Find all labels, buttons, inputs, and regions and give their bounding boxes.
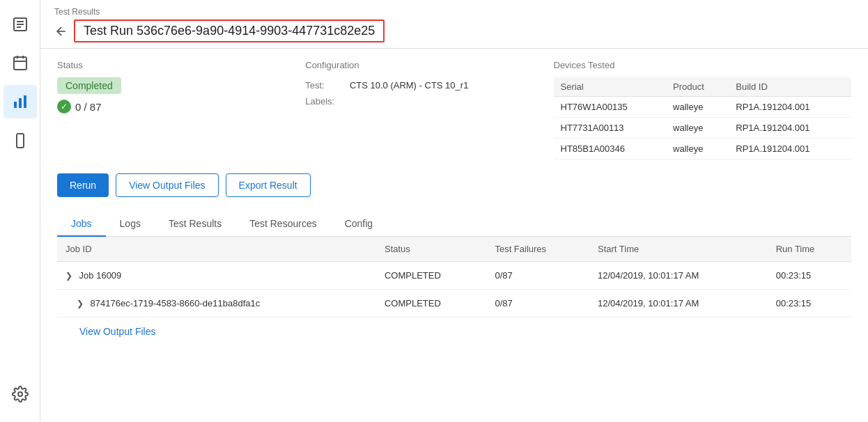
device-build-id: RP1A.191204.001 xyxy=(729,139,851,159)
sidebar-item-tasks[interactable] xyxy=(3,7,37,40)
breadcrumb: Test Results xyxy=(54,7,854,17)
tabs-bar: JobsLogsTest ResultsTest ResourcesConfig xyxy=(57,211,851,237)
table-row: HT7731A00113 walleye RP1A.191204.001 xyxy=(554,118,852,139)
device-product: walleye xyxy=(666,118,729,139)
sidebar-item-devices[interactable] xyxy=(3,124,37,157)
expand-icon[interactable]: ❯ xyxy=(65,271,72,281)
svg-rect-8 xyxy=(14,102,17,108)
device-product: walleye xyxy=(666,97,729,118)
back-button[interactable] xyxy=(54,24,68,38)
view-output-files-link[interactable]: View Output Files xyxy=(57,318,851,337)
device-serial: HT7731A00113 xyxy=(554,118,667,139)
status-title: Status xyxy=(57,60,305,70)
tab-test-resources[interactable]: Test Resources xyxy=(235,211,330,236)
jobs-col-runtime: Run Time xyxy=(768,237,851,262)
content-area: Status Completed ✓ 0 / 87 Configuration … xyxy=(40,49,868,422)
rerun-button[interactable]: Rerun xyxy=(57,173,109,197)
pass-count-value: 0 / 87 xyxy=(75,101,102,113)
svg-rect-11 xyxy=(17,134,24,148)
job-run-time: 00:23:15 xyxy=(768,290,851,318)
test-run-id: Test Run 536c76e6-9a90-4914-9903-447731c… xyxy=(74,19,385,42)
status-block: Status Completed ✓ 0 / 87 xyxy=(57,60,305,159)
jobs-col-start: Start Time xyxy=(589,237,768,262)
table-row: ❯ 874176ec-1719-4583-8660-de11ba8dfa1c C… xyxy=(57,290,851,318)
sidebar-item-results[interactable] xyxy=(3,85,37,118)
svg-rect-9 xyxy=(19,98,22,108)
view-output-button[interactable]: View Output Files xyxy=(116,173,218,197)
device-product: walleye xyxy=(666,139,729,159)
job-failures: 0/87 xyxy=(486,290,589,318)
topbar: Test Results Test Run 536c76e6-9a90-4914… xyxy=(40,0,868,49)
config-labels-row: Labels: xyxy=(305,93,553,109)
job-start-time: 12/04/2019, 10:01:17 AM xyxy=(589,262,768,290)
jobs-col-status: Status xyxy=(376,237,486,262)
pass-count: ✓ 0 / 87 xyxy=(57,100,305,114)
devices-title: Devices Tested xyxy=(554,60,852,70)
config-labels-label: Labels: xyxy=(305,93,347,109)
job-status: COMPLETED xyxy=(376,262,486,290)
jobs-col-id: Job ID xyxy=(57,237,376,262)
devices-col-serial: Serial xyxy=(554,77,667,97)
status-badge: Completed xyxy=(57,77,121,94)
sidebar xyxy=(0,0,40,422)
device-build-id: RP1A.191204.001 xyxy=(729,97,851,118)
job-run-time: 00:23:15 xyxy=(768,262,851,290)
devices-col-build: Build ID xyxy=(729,77,851,97)
jobs-table: Job ID Status Test Failures Start Time R… xyxy=(57,237,851,318)
job-start-time: 12/04/2019, 10:01:17 AM xyxy=(589,290,768,318)
check-circle-icon: ✓ xyxy=(57,100,71,114)
tab-logs[interactable]: Logs xyxy=(106,211,155,236)
job-failures: 0/87 xyxy=(486,262,589,290)
svg-rect-10 xyxy=(24,95,26,108)
config-test-row: Test: CTS 10.0 (ARM) - CTS 10_r1 xyxy=(305,77,553,93)
device-serial: HT85B1A00346 xyxy=(554,139,667,159)
device-build-id: RP1A.191204.001 xyxy=(729,118,851,139)
svg-rect-4 xyxy=(14,57,26,70)
tab-config[interactable]: Config xyxy=(331,211,387,236)
devices-block: Devices Tested Serial Product Build ID H… xyxy=(554,60,852,159)
config-block: Configuration Test: CTS 10.0 (ARM) - CTS… xyxy=(305,60,553,159)
svg-point-13 xyxy=(18,392,22,396)
config-test-label: Test: xyxy=(305,77,347,93)
config-title: Configuration xyxy=(305,60,553,70)
job-status: COMPLETED xyxy=(376,290,486,318)
table-row: HT85B1A00346 walleye RP1A.191204.001 xyxy=(554,139,852,159)
info-section: Status Completed ✓ 0 / 87 Configuration … xyxy=(57,60,851,159)
device-serial: HT76W1A00135 xyxy=(554,97,667,118)
sidebar-item-schedule[interactable] xyxy=(3,46,37,79)
jobs-col-failures: Test Failures xyxy=(486,237,589,262)
devices-col-product: Product xyxy=(666,77,729,97)
config-test-value: CTS 10.0 (ARM) - CTS 10_r1 xyxy=(350,80,469,91)
devices-table: Serial Product Build ID HT76W1A00135 wal… xyxy=(554,77,852,159)
tab-jobs[interactable]: Jobs xyxy=(57,211,106,236)
job-id-cell: ❯ Job 16009 xyxy=(57,262,376,290)
export-result-button[interactable]: Export Result xyxy=(226,173,311,197)
actions-bar: Rerun View Output Files Export Result xyxy=(57,173,851,197)
main-content: Test Results Test Run 536c76e6-9a90-4914… xyxy=(40,0,868,422)
table-row: HT76W1A00135 walleye RP1A.191204.001 xyxy=(554,97,852,118)
job-id-cell: ❯ 874176ec-1719-4583-8660-de11ba8dfa1c xyxy=(57,290,376,318)
table-row: ❯ Job 16009 COMPLETED 0/87 12/04/2019, 1… xyxy=(57,262,851,290)
tab-test-results[interactable]: Test Results xyxy=(155,211,235,236)
sidebar-item-settings[interactable] xyxy=(3,377,37,411)
expand-icon[interactable]: ❯ xyxy=(77,299,84,308)
